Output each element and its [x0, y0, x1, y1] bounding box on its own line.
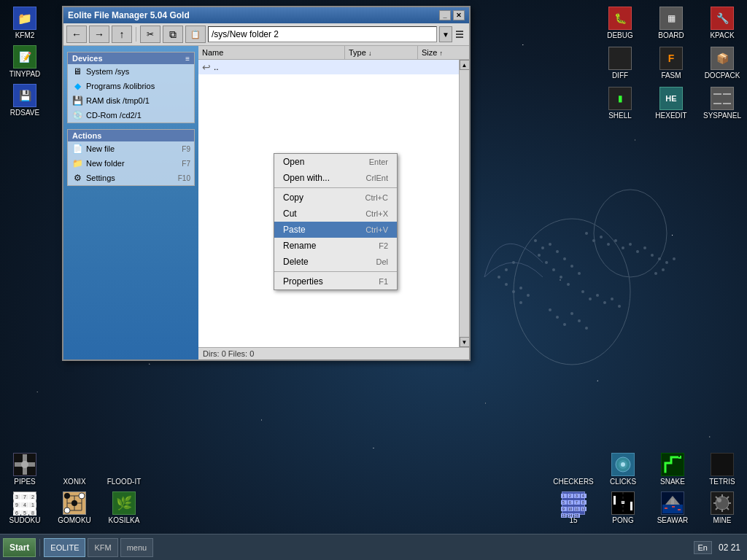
svg-rect-26: [672, 506, 675, 508]
device-cdrom[interactable]: 💿 CD-Rom /cd2/1: [68, 108, 194, 122]
desktop-icons-bottom-left: PIPES XONIX FLOOD-IT 3: [0, 450, 149, 527]
svg-point-41: [541, 246, 544, 249]
desktop-icon-seawar[interactable]: SEAWAR: [648, 489, 697, 527]
svg-point-52: [585, 232, 588, 235]
svg-point-61: [651, 254, 654, 257]
toolbar-menu-button[interactable]: [454, 26, 466, 42]
svg-point-75: [505, 268, 508, 271]
desktop-icon-xonix[interactable]: XONIX: [50, 450, 99, 489]
taskbar-app-menu[interactable]: menu: [120, 538, 154, 557]
desktop-icon-clicks[interactable]: CLICKS: [598, 450, 648, 489]
context-menu-open[interactable]: Open Enter: [274, 154, 397, 170]
file-manager-window: Eolite File Manager 5.04 Gold _ ✕ ← → ↑ …: [62, 6, 471, 361]
context-menu-separator-1: [274, 187, 397, 188]
context-menu-copy[interactable]: Copy Ctrl+C: [274, 190, 397, 206]
context-menu-rename[interactable]: Rename F2: [274, 238, 397, 254]
svg-point-50: [578, 272, 581, 275]
svg-point-64: [596, 294, 599, 297]
desktop-icon-kfm2[interactable]: 📁 KFM2: [0, 4, 50, 42]
up-button[interactable]: ↑: [112, 26, 132, 43]
column-type[interactable]: Type ↓: [345, 46, 418, 59]
desktop-icon-tetris[interactable]: TETRIS: [697, 450, 747, 489]
desktop-icon-board[interactable]: ▦ BOARD: [646, 4, 696, 42]
svg-point-85: [662, 268, 665, 271]
devices-header: Devices ≡: [68, 52, 194, 64]
desktop-icon-debug[interactable]: 🐛 DEBUG: [595, 4, 645, 42]
device-ramdisk[interactable]: 💾 RAM disk /tmp0/1: [68, 93, 194, 108]
action-settings[interactable]: ⚙ Settings F10: [68, 171, 194, 185]
column-size[interactable]: Size ↑: [418, 46, 469, 59]
svg-point-74: [512, 261, 515, 264]
taskbar-clock: 02 21: [715, 541, 744, 554]
desktop-icon-syspanel[interactable]: SYSPANEL: [697, 84, 747, 122]
cut-button[interactable]: ✂: [140, 26, 160, 43]
svg-rect-25: [665, 508, 667, 509]
desktop-icon-fasm[interactable]: F FASM: [646, 44, 696, 82]
svg-point-2: [21, 461, 28, 468]
svg-point-11: [79, 493, 85, 499]
close-button[interactable]: ✕: [453, 10, 465, 20]
svg-point-62: [581, 290, 584, 293]
context-menu-cut[interactable]: Cut Ctrl+X: [274, 206, 397, 222]
taskbar-app-kfm[interactable]: KFM: [88, 538, 117, 557]
svg-point-44: [556, 250, 559, 253]
desktop-icon-kosilka[interactable]: 🌿 KOSILKA: [99, 489, 149, 527]
desktop-icon-flood-it[interactable]: FLOOD-IT: [99, 450, 149, 489]
desktop-icon-diff[interactable]: DIFF: [595, 44, 645, 82]
desktop-icon-fifteen[interactable]: 1 2 3 4 5 6 7 8 9 10 11 12 13 14 15 15: [549, 489, 598, 527]
column-name[interactable]: Name: [198, 46, 345, 59]
context-menu-paste[interactable]: Paste Ctrl+V: [274, 222, 397, 238]
start-button[interactable]: Start: [3, 538, 36, 557]
action-new-folder[interactable]: 📁 New folder F7: [68, 156, 194, 171]
svg-point-39: [594, 190, 667, 277]
back-button[interactable]: ←: [66, 26, 87, 43]
svg-point-37: [717, 498, 721, 502]
desktop-icon-sudoku[interactable]: 3 7 2 9 4 1 6 5 8 SUDOKU: [0, 489, 50, 527]
minimize-button[interactable]: _: [439, 10, 451, 20]
svg-point-12: [64, 508, 70, 513]
scroll-up-button[interactable]: ▲: [460, 60, 470, 70]
svg-point-54: [600, 236, 603, 238]
desktop-icon-hexedit[interactable]: HE HEXEDIT: [646, 84, 696, 122]
desktop-icon-snake[interactable]: SNAKE: [648, 450, 697, 489]
taskbar-language[interactable]: En: [694, 541, 712, 554]
svg-point-73: [549, 308, 551, 311]
window-titlebar: Eolite File Manager 5.04 Gold _ ✕: [63, 7, 469, 23]
desktop-icon-checkers[interactable]: CHECKERS: [549, 450, 598, 489]
desktop-icon-tinypad[interactable]: 📝 TINYPAD: [0, 42, 50, 81]
forward-button[interactable]: →: [89, 26, 109, 43]
desktop-icon-kpack[interactable]: 🔧 KPACK: [697, 4, 747, 42]
svg-point-86: [654, 272, 657, 275]
desktop: 📁 KFM2 📂 EOL 📝 TINYPAD C CEN 💾: [0, 0, 747, 560]
desktop-icon-mine[interactable]: MINE: [697, 489, 747, 527]
svg-point-38: [514, 219, 630, 365]
device-programs[interactable]: ◆ Programs /kolibrios: [68, 79, 194, 93]
menu-line-3: [456, 36, 463, 38]
svg-point-83: [665, 261, 668, 264]
svg-line-33: [716, 497, 718, 499]
parent-dir-item[interactable]: ↩ ..: [198, 60, 469, 74]
device-system[interactable]: 🖥 System /sys: [68, 64, 194, 79]
action-new-file[interactable]: 📄 New file F9: [68, 141, 194, 156]
svg-point-78: [512, 290, 515, 293]
desktop-icon-rdsave[interactable]: 💾 RDSAVE: [0, 81, 50, 120]
scroll-down-button[interactable]: ▼: [460, 337, 470, 347]
taskbar-app-eolite[interactable]: EOLITE: [44, 538, 85, 557]
svg-point-10: [71, 500, 77, 506]
desktop-icon-pipes[interactable]: PIPES: [0, 450, 50, 489]
desktop-icon-docpack[interactable]: 📦 DOCPACK: [697, 44, 747, 82]
context-menu-properties[interactable]: Properties F1: [274, 273, 397, 289]
svg-point-17: [678, 456, 680, 457]
svg-point-49: [560, 276, 562, 279]
desktop-icon-shell[interactable]: ▮ SHELL: [595, 84, 645, 122]
devices-section: Devices ≡ 🖥 System /sys ◆ Programs /koli…: [67, 52, 195, 123]
paste-button[interactable]: 📋: [185, 26, 206, 43]
desktop-icon-gomoku[interactable]: GOMOKU: [50, 489, 99, 527]
svg-point-58: [629, 243, 632, 246]
copy-button[interactable]: ⧉: [163, 26, 183, 43]
address-dropdown[interactable]: ▼: [439, 26, 452, 42]
desktop-icon-pong[interactable]: PONG: [598, 489, 648, 527]
context-menu-delete[interactable]: Delete Del: [274, 254, 397, 270]
address-bar[interactable]: /sys/New folder 2: [208, 26, 437, 42]
context-menu-open-with[interactable]: Open with... CrlEnt: [274, 170, 397, 186]
